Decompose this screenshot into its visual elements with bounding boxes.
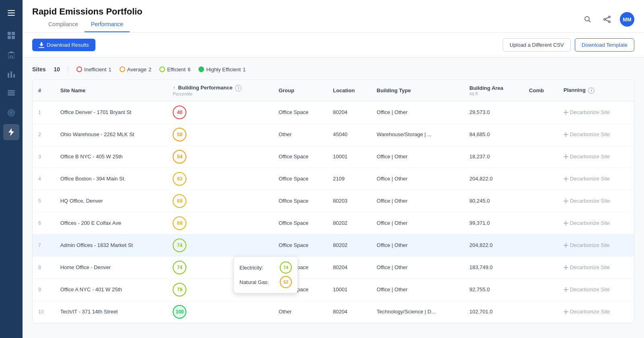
- row-building-performance: 74: [167, 234, 273, 256]
- row-location: 80204: [327, 301, 371, 323]
- perf-badge: 63: [173, 172, 186, 186]
- decarbonize-site-button[interactable]: Decarbonize Site: [564, 309, 628, 315]
- stats-bar: Sites 10 Inefficient 1 Average 2 Efficie…: [32, 66, 634, 73]
- target-icon[interactable]: [3, 105, 19, 121]
- row-group: Office Space: [273, 145, 327, 168]
- svg-rect-5: [8, 36, 11, 39]
- stat-inefficient: Inefficient 1: [76, 66, 111, 73]
- row-location: 80203: [327, 190, 371, 212]
- table-icon[interactable]: [3, 85, 19, 102]
- row-site-name: Office Denver - 1701 Bryant St: [55, 101, 167, 123]
- share-icon[interactable]: [601, 13, 613, 26]
- svg-point-20: [609, 21, 610, 23]
- row-building-area: 204,822.0: [464, 234, 523, 256]
- tab-compliance[interactable]: Compliance: [42, 17, 85, 32]
- row-id: 2: [33, 123, 55, 145]
- row-planning: Decarbonize Site: [558, 301, 634, 323]
- svg-rect-8: [8, 73, 9, 78]
- download-results-button[interactable]: Download Results: [32, 39, 95, 51]
- dashboard-icon[interactable]: [3, 27, 19, 44]
- col-location: Location: [327, 80, 371, 101]
- content-area: Sites 10 Inefficient 1 Average 2 Efficie…: [23, 58, 644, 338]
- stat-average: Average 2: [120, 66, 151, 73]
- upload-csv-button[interactable]: Upload a Different CSV: [503, 38, 571, 52]
- sites-label: Sites: [32, 66, 45, 73]
- row-planning: Decarbonize Site: [558, 234, 634, 256]
- row-building-area: 92,755.0: [464, 278, 523, 301]
- row-building-area: 84,685.0: [464, 123, 523, 145]
- decarbonize-site-button[interactable]: Decarbonize Site: [564, 242, 628, 248]
- row-comb: [523, 301, 558, 323]
- row-id: 6: [33, 212, 55, 234]
- highly-efficient-dot: [198, 66, 204, 72]
- decarbonize-site-button[interactable]: Decarbonize Site: [564, 109, 628, 115]
- row-location: 80202: [327, 212, 371, 234]
- building-icon[interactable]: [3, 47, 19, 63]
- decarbonize-site-button[interactable]: Decarbonize Site: [564, 220, 628, 226]
- row-building-type: Office | Other: [371, 190, 464, 212]
- table-row: 7 Admin Offices - 1832 Market St 74 Offi…: [33, 234, 634, 256]
- row-building-type: Technology/Science | D...: [371, 301, 464, 323]
- svg-line-18: [589, 21, 591, 23]
- svg-line-23: [605, 20, 609, 21]
- row-comb: [523, 256, 558, 278]
- row-building-area: 102,701.0: [464, 301, 523, 323]
- lightning-icon[interactable]: [3, 124, 19, 140]
- download-template-button[interactable]: Download Template: [575, 38, 634, 52]
- row-group: Office Space: [273, 234, 327, 256]
- building-performance-info-icon[interactable]: i: [235, 85, 242, 91]
- planning-info-icon[interactable]: i: [588, 87, 594, 94]
- decarbonize-site-button[interactable]: Decarbonize Site: [564, 198, 628, 204]
- header-left: Rapid Emissions Portfolio Compliance Per…: [32, 6, 142, 32]
- row-group: Office Space: [273, 212, 327, 234]
- row-id: 4: [33, 168, 55, 190]
- row-building-type: Office | Other: [371, 145, 464, 168]
- row-group: Office Space: [273, 190, 327, 212]
- perf-badge: 69: [173, 194, 186, 208]
- row-site-name: Home Office - Denver: [55, 256, 167, 278]
- perf-badge: 74: [173, 261, 186, 274]
- row-location: 45040: [327, 123, 371, 145]
- svg-rect-3: [8, 32, 11, 35]
- decarbonize-site-button[interactable]: Decarbonize Site: [564, 286, 628, 292]
- svg-rect-0: [8, 10, 15, 11]
- row-site-name: Tech/IT - 371 14th Street: [55, 301, 167, 323]
- row-location: 80204: [327, 256, 371, 278]
- row-id: 5: [33, 190, 55, 212]
- col-planning: Planning i: [558, 80, 634, 101]
- row-id: 3: [33, 145, 55, 168]
- svg-rect-24: [39, 47, 44, 48]
- search-icon[interactable]: [581, 13, 594, 26]
- row-building-type: Office | Other: [371, 101, 464, 123]
- svg-point-17: [585, 17, 589, 21]
- row-planning: Decarbonize Site: [558, 145, 634, 168]
- row-comb: [523, 278, 558, 301]
- row-site-name: Ohio Warehouse - 2262 MLK St: [55, 123, 167, 145]
- row-group: Office Space: [273, 168, 327, 190]
- efficient-dot: [159, 66, 165, 72]
- sites-count: 10: [54, 66, 60, 73]
- analytics-icon[interactable]: [3, 66, 19, 82]
- sidebar: [0, 0, 23, 338]
- svg-point-19: [609, 16, 610, 18]
- tooltip-electricity-badge: 74: [280, 261, 292, 274]
- perf-badge: 40: [173, 106, 186, 119]
- main-content: Rapid Emissions Portfolio Compliance Per…: [23, 0, 644, 338]
- menu-icon[interactable]: [3, 5, 19, 21]
- row-id: 7: [33, 234, 55, 256]
- row-id: 8: [33, 256, 55, 278]
- row-planning: Decarbonize Site: [558, 168, 634, 190]
- decarbonize-site-button[interactable]: Decarbonize Site: [564, 176, 628, 182]
- svg-rect-6: [12, 36, 15, 39]
- decarbonize-site-button[interactable]: Decarbonize Site: [564, 153, 628, 160]
- decarbonize-site-button[interactable]: Decarbonize Site: [564, 131, 628, 137]
- tooltip-gas-badge: 52: [280, 276, 292, 288]
- tab-performance[interactable]: Performance: [85, 17, 130, 32]
- decarbonize-site-button[interactable]: Decarbonize Site: [564, 264, 628, 270]
- perf-badge: 100: [173, 305, 186, 319]
- avatar[interactable]: MM: [620, 12, 634, 27]
- col-building-performance[interactable]: ↑ Building Performance i Percentile: [167, 80, 273, 101]
- svg-rect-10: [13, 74, 15, 78]
- sites-table: # Site Name ↑ Building Performance i Per…: [33, 80, 634, 323]
- perf-badge: 74: [173, 238, 186, 252]
